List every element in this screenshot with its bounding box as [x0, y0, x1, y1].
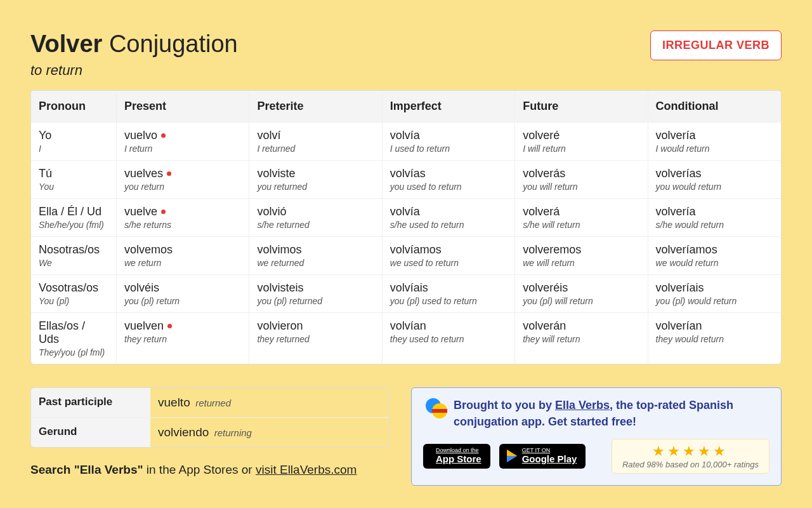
conjugation-cell: volviós/he returned: [249, 199, 382, 237]
column-header: Present: [117, 91, 249, 123]
conjugation-cell: volvíaisyou (pl) used to return: [383, 275, 515, 313]
conjugation-cell: Ella / Él / UdShe/he/you (fml): [31, 199, 117, 237]
table-row: Ella / Él / UdShe/he/you (fml)vuelves/he…: [31, 199, 781, 237]
conjugation-cell: vuelvoI return: [117, 123, 249, 161]
irregular-dot-icon: [161, 210, 166, 214]
conjugation-cell: Vosotras/osYou (pl): [31, 275, 117, 313]
table-row: Ellas/os / UdsThey/you (pl fml)vuelventh…: [31, 313, 781, 364]
conjugation-cell: TúYou: [31, 161, 117, 199]
conjugation-table: PronounPresentPreteriteImperfectFutureCo…: [30, 90, 782, 364]
conjugation-cell: volverásyou will return: [515, 161, 648, 199]
table-row: Vosotras/osYou (pl)volvéisyou (pl) retur…: [31, 275, 781, 313]
table-row: Nosotras/osWevolvemoswe returnvolvimoswe…: [31, 237, 781, 275]
conjugation-cell: volveránthey will return: [515, 313, 648, 364]
conjugation-cell: Ellas/os / UdsThey/you (pl fml): [31, 313, 117, 364]
ella-verbs-link[interactable]: Ella Verbs: [555, 399, 610, 411]
conjugation-cell: volveríanthey would return: [648, 313, 781, 364]
conjugation-cell: volvías/he used to return: [383, 199, 515, 237]
table-row: TúYouvuelvesyou returnvolvisteyou return…: [31, 161, 781, 199]
flags-icon: [423, 398, 446, 421]
google-play-button[interactable]: GET IT ONGoogle Play: [499, 444, 586, 469]
column-header: Conditional: [648, 91, 781, 123]
conjugation-cell: volveríamoswe would return: [648, 237, 781, 275]
conjugation-cell: volvimoswe returned: [249, 237, 382, 275]
conjugation-cell: volvisteisyou (pl) returned: [249, 275, 382, 313]
gerund-value: volviendo returning: [150, 418, 389, 447]
app-store-button[interactable]: Download on theApp Store: [423, 444, 490, 469]
promo-box: Brought to you by Ella Verbs, the top-ra…: [411, 387, 782, 486]
conjugation-cell: volverás/he will return: [515, 199, 648, 237]
conjugation-cell: volvíamoswe used to return: [383, 237, 515, 275]
conjugation-cell: volvíanthey used to return: [383, 313, 515, 364]
table-row: YoIvuelvoI returnvolvíI returnedvolvíaI …: [31, 123, 781, 161]
conjugation-cell: volveréI will return: [515, 123, 648, 161]
conjugation-cell: Nosotras/osWe: [31, 237, 117, 275]
conjugation-cell: vuelves/he returns: [117, 199, 249, 237]
visit-ellaverbs-link[interactable]: visit EllaVerbs.com: [256, 463, 357, 476]
conjugation-cell: volvieronthey returned: [249, 313, 382, 364]
conjugation-cell: volvisteyou returned: [249, 161, 382, 199]
google-play-icon: [507, 450, 517, 462]
column-header: Imperfect: [383, 91, 515, 123]
irregular-dot-icon: [167, 324, 172, 328]
conjugation-cell: vuelvesyou return: [117, 161, 249, 199]
conjugation-cell: volvíaI used to return: [383, 123, 515, 161]
conjugation-cell: YoI: [31, 123, 117, 161]
conjugation-cell: volverías/he would return: [648, 199, 781, 237]
participle-table: Past participle vuelto returned Gerund v…: [30, 387, 390, 448]
conjugation-cell: volvíasyou used to return: [383, 161, 515, 199]
conjugation-cell: volveríasyou would return: [648, 161, 781, 199]
star-icon: ★★★★★: [622, 443, 759, 460]
conjugation-cell: volveríaI would return: [648, 123, 781, 161]
past-participle-value: vuelto returned: [150, 388, 389, 418]
search-tip: Search "Ella Verbs" in the App Stores or…: [30, 463, 390, 477]
rating-card: ★★★★★ Rated 98% based on 10,000+ ratings: [612, 439, 769, 474]
conjugation-cell: volvemoswe return: [117, 237, 249, 275]
page-title: Volver Conjugation: [30, 30, 238, 58]
conjugation-cell: vuelventhey return: [117, 313, 249, 364]
irregular-dot-icon: [167, 171, 171, 176]
conjugation-cell: volvéisyou (pl) return: [117, 275, 249, 313]
past-participle-label: Past participle: [31, 388, 150, 418]
conjugation-cell: volveréisyou (pl) will return: [515, 275, 648, 313]
conjugation-cell: volvíI returned: [249, 123, 382, 161]
irregular-dot-icon: [161, 133, 166, 138]
verb-translation: to return: [30, 62, 238, 79]
conjugation-cell: volveríaisyou (pl) would return: [648, 275, 781, 313]
gerund-label: Gerund: [31, 418, 150, 447]
conjugation-cell: volveremoswe will return: [515, 237, 648, 275]
column-header: Future: [515, 91, 648, 123]
irregular-verb-badge: IRREGULAR VERB: [650, 30, 782, 60]
promo-text: Brought to you by Ella Verbs, the top-ra…: [454, 397, 769, 430]
column-header: Pronoun: [31, 91, 117, 123]
column-header: Preterite: [249, 91, 382, 123]
